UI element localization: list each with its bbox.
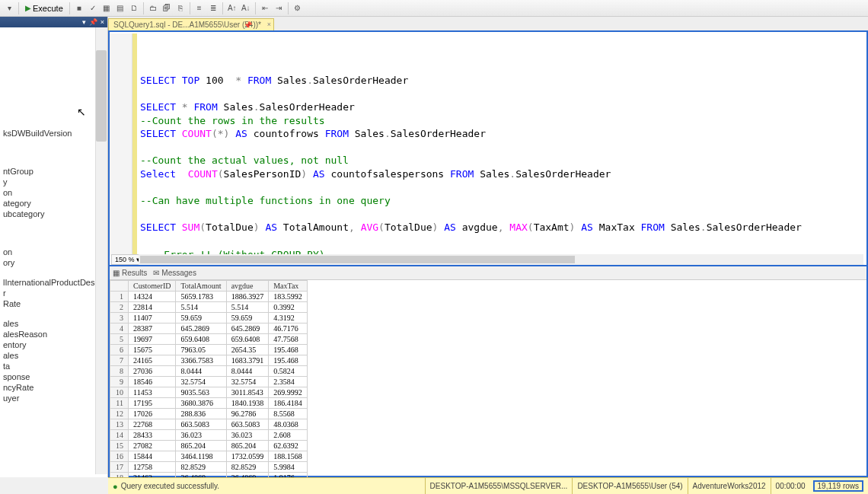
cell[interactable]: 24165 xyxy=(129,355,176,366)
text-icon[interactable]: ▤ xyxy=(114,2,126,14)
cell[interactable]: 0.3992 xyxy=(269,302,308,313)
table-row[interactable]: 2228145.5145.5140.3992 xyxy=(110,302,308,313)
cell[interactable]: 48.0368 xyxy=(269,419,308,430)
tree-item[interactable]: ubcategory xyxy=(2,209,106,219)
cell[interactable]: 11407 xyxy=(129,313,176,323)
cell[interactable]: 4.3192 xyxy=(269,313,308,323)
scroll-thumb[interactable] xyxy=(140,256,575,263)
cell[interactable]: 288.836 xyxy=(176,409,226,419)
cell[interactable]: 5.9984 xyxy=(269,462,308,473)
cell[interactable]: 27082 xyxy=(129,441,176,451)
table-row[interactable]: 1527082865.204865.20462.6392 xyxy=(110,441,308,451)
cell[interactable]: 15844 xyxy=(129,451,176,462)
cell[interactable]: 186.4184 xyxy=(269,398,308,409)
cell[interactable]: 82.8529 xyxy=(176,462,226,473)
tree-item[interactable] xyxy=(2,309,106,318)
tree-item[interactable]: Rate xyxy=(2,298,106,309)
cell[interactable]: 7963.05 xyxy=(176,345,226,355)
table-row[interactable]: 6156757963.052654.35195.468 xyxy=(110,345,308,355)
cell[interactable]: 3464.1198 xyxy=(176,451,226,462)
tool-icon[interactable]: 🗀 xyxy=(147,2,159,14)
tool-icon[interactable]: ⎘ xyxy=(174,2,187,14)
cell[interactable]: 11453 xyxy=(129,387,176,398)
cell[interactable]: 2.3584 xyxy=(269,377,308,387)
cell[interactable]: 3680.3876 xyxy=(176,398,226,409)
table-row[interactable]: 142843336.02336.0232.608 xyxy=(110,430,308,441)
file-icon[interactable]: 🗋 xyxy=(128,2,140,14)
table-row[interactable]: 91854632.575432.57542.3584 xyxy=(110,377,308,387)
toolbar-icon[interactable]: ▾ xyxy=(3,2,15,14)
cell[interactable]: 22814 xyxy=(129,302,176,313)
cell[interactable]: 269.9992 xyxy=(269,387,308,398)
cell[interactable]: 8.5568 xyxy=(269,409,308,419)
tree-item[interactable] xyxy=(2,148,106,157)
settings-icon[interactable]: ⚙ xyxy=(292,2,304,14)
tree-item[interactable] xyxy=(2,219,106,228)
cell[interactable]: 5.514 xyxy=(226,302,269,313)
cell[interactable]: 17195 xyxy=(129,398,176,409)
column-header[interactable]: avgdue xyxy=(226,281,269,292)
cell[interactable]: 865.204 xyxy=(176,441,226,451)
indent-left-icon[interactable]: ⇤ xyxy=(259,2,271,14)
cell[interactable]: 32.5754 xyxy=(176,377,226,387)
scrollbar-horizontal[interactable] xyxy=(139,254,863,265)
outdent-icon[interactable]: A↓ xyxy=(240,2,252,14)
execute-button[interactable]: ▶ Execute xyxy=(22,2,66,15)
cell[interactable]: 47.7568 xyxy=(269,334,308,345)
tree-item[interactable]: on xyxy=(2,247,106,257)
cell[interactable]: 36.023 xyxy=(176,430,226,441)
tree-item[interactable]: ory xyxy=(2,257,106,268)
cell[interactable]: 12758 xyxy=(129,462,176,473)
tree-item[interactable] xyxy=(2,139,106,148)
cell[interactable]: 645.2869 xyxy=(226,323,269,334)
cell[interactable]: 22768 xyxy=(129,419,176,430)
table-row[interactable]: 1217026288.83696.27868.5568 xyxy=(110,409,308,419)
cell[interactable]: 183.5992 xyxy=(269,292,308,302)
cell[interactable]: 15675 xyxy=(129,345,176,355)
cell[interactable]: 659.6408 xyxy=(176,334,226,345)
cell[interactable]: 195.468 xyxy=(269,345,308,355)
tree-item[interactable] xyxy=(2,237,106,247)
cell[interactable]: 82.8529 xyxy=(226,462,269,473)
scrollbar-vertical[interactable] xyxy=(95,27,107,474)
tree-item[interactable]: lInternationalProductDescription xyxy=(2,277,106,288)
cell[interactable]: 9035.563 xyxy=(176,387,226,398)
tool-icon[interactable]: 🗐 xyxy=(161,2,173,14)
table-row[interactable]: 519697659.6408659.640847.7568 xyxy=(110,334,308,345)
cell[interactable]: 14324 xyxy=(129,292,176,302)
column-header[interactable]: CustomerID xyxy=(129,281,176,292)
table-row[interactable]: 16158443464.11981732.0599188.1568 xyxy=(110,451,308,462)
cell[interactable]: 27036 xyxy=(129,366,176,377)
table-row[interactable]: 171275882.852982.85295.9984 xyxy=(110,462,308,473)
table-row[interactable]: 1143245659.17831886.3927183.5992 xyxy=(110,292,308,302)
tab-messages[interactable]: ✉ Messages xyxy=(153,269,196,277)
pin-icon[interactable]: 📌 xyxy=(89,18,97,26)
dropdown-icon[interactable]: ▾ xyxy=(82,18,86,26)
cell[interactable]: 2.608 xyxy=(269,430,308,441)
cell[interactable]: 188.1568 xyxy=(269,451,308,462)
table-row[interactable]: 11171953680.38761840.1938186.4184 xyxy=(110,398,308,409)
sql-editor[interactable]: SELECT TOP 100 * FROM Sales.SalesOrderHe… xyxy=(110,33,866,256)
tree-item[interactable]: ksDWBuildVersion xyxy=(2,128,106,139)
cell[interactable]: 663.5083 xyxy=(226,419,269,430)
debug-icon[interactable]: ■ xyxy=(73,2,85,14)
cell[interactable]: 59.659 xyxy=(226,313,269,323)
grid-icon[interactable]: ▦ xyxy=(101,2,113,14)
indent-right-icon[interactable]: ⇥ xyxy=(273,2,285,14)
cell[interactable]: 1732.0599 xyxy=(226,451,269,462)
cell[interactable]: 19697 xyxy=(129,334,176,345)
scroll-thumb[interactable] xyxy=(96,50,107,142)
column-header[interactable]: TotalAmount xyxy=(176,281,226,292)
cell[interactable]: 8.0444 xyxy=(176,366,226,377)
cell[interactable]: 5.514 xyxy=(176,302,226,313)
tree-item[interactable]: sponse xyxy=(2,371,106,382)
tree-item[interactable]: ntGroup xyxy=(2,166,106,177)
tree-item[interactable]: ta xyxy=(2,361,106,371)
cell[interactable]: 645.2869 xyxy=(176,323,226,334)
cell[interactable]: 36.023 xyxy=(226,430,269,441)
table-row[interactable]: 10114539035.5633011.8543269.9992 xyxy=(110,387,308,398)
table-row[interactable]: 7241653366.75831683.3791195.468 xyxy=(110,355,308,366)
cell[interactable]: 659.6408 xyxy=(226,334,269,345)
cell[interactable]: 59.659 xyxy=(176,313,226,323)
table-row[interactable]: 31140759.65959.6594.3192 xyxy=(110,313,308,323)
